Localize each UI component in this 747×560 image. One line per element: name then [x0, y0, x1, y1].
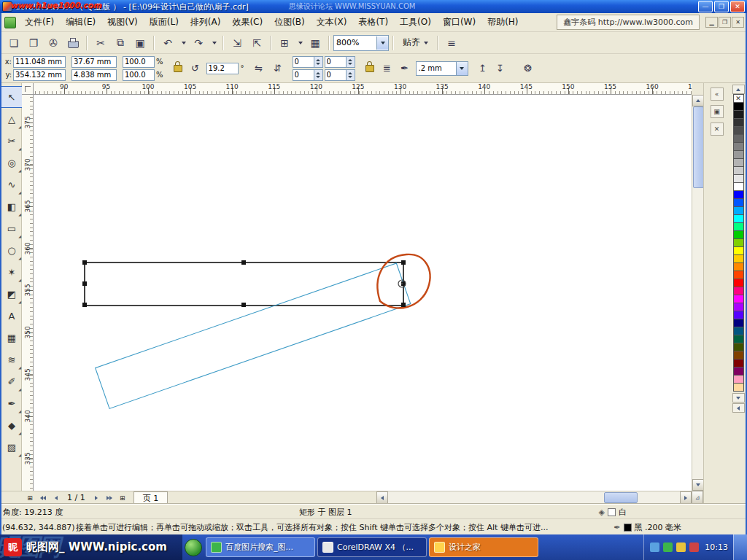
scale-vertical-input[interactable]: [123, 69, 155, 81]
tray-icon[interactable]: [689, 542, 699, 552]
scroll-down-button[interactable]: [692, 479, 704, 491]
docker-panel-icon[interactable]: ▣: [711, 105, 724, 118]
import-button[interactable]: ⇲: [228, 34, 247, 52]
scroll-up-button[interactable]: [692, 95, 704, 106]
palette-expand-button[interactable]: [732, 403, 745, 413]
task-coreldraw-x4[interactable]: CorelDRAW X4 （...: [317, 537, 427, 557]
undo-dropdown[interactable]: [178, 34, 188, 52]
object-width-input[interactable]: [71, 56, 117, 68]
close-button[interactable]: ✕: [730, 1, 745, 12]
menu-layout[interactable]: 版面(L): [144, 14, 185, 31]
menu-edit[interactable]: 编辑(E): [60, 14, 101, 31]
crop-tool[interactable]: ✂ ◢: [1, 130, 23, 152]
outline-width-select[interactable]: [416, 61, 468, 76]
language-bar-button[interactable]: [733, 534, 747, 560]
page-tab[interactable]: 页 1: [133, 491, 169, 504]
outline-pen-tool[interactable]: ✒ ◢: [1, 392, 23, 414]
vertical-ruler[interactable]: 375370365360355350345340335: [22, 95, 34, 491]
minimize-button[interactable]: —: [698, 1, 713, 12]
table-tool[interactable]: ▦: [1, 327, 23, 349]
tray-icon[interactable]: [663, 542, 673, 552]
application-launcher-button[interactable]: ⊞: [275, 34, 294, 52]
horizontal-scrollbar[interactable]: [376, 491, 692, 504]
tray-icon[interactable]: [676, 542, 686, 552]
maximize-button[interactable]: ❐: [714, 1, 729, 12]
doc-minimize-button[interactable]: ▁: [705, 17, 718, 28]
navigator-button[interactable]: ⊿: [692, 491, 703, 504]
export-button[interactable]: ⇱: [247, 34, 266, 52]
options-button[interactable]: ≡: [442, 34, 461, 52]
redo-dropdown[interactable]: [209, 34, 219, 52]
add-page-button[interactable]: ⊞: [116, 491, 129, 504]
spinner-arrows[interactable]: [347, 56, 355, 68]
y-position-input[interactable]: [13, 69, 66, 81]
open-button[interactable]: ❐: [24, 34, 43, 52]
polygon-tool[interactable]: ✶ ◢: [1, 261, 23, 283]
tray-icon[interactable]: [650, 542, 659, 552]
round-corners-together-button[interactable]: [361, 60, 379, 77]
menu-view[interactable]: 视图(V): [101, 14, 144, 31]
palette-scroll-up-button[interactable]: [732, 85, 745, 94]
lock-ratio-button[interactable]: [169, 60, 187, 77]
first-page-button[interactable]: [36, 491, 50, 504]
outline-width-input[interactable]: [417, 63, 456, 74]
shape-tool[interactable]: △ ◢: [1, 108, 23, 130]
corner-radius-top-right-input[interactable]: [325, 56, 347, 68]
copy-button[interactable]: ⧉: [111, 34, 130, 52]
selected-rectangle[interactable]: [85, 262, 403, 306]
pick-tool[interactable]: ↖: [1, 86, 23, 108]
scroll-left-button[interactable]: [376, 491, 388, 504]
interactive-blend-tool[interactable]: ≋ ◢: [1, 349, 23, 370]
corner-radius-bottom-right-input[interactable]: [325, 69, 347, 81]
menu-bitmaps[interactable]: 位图(B): [268, 14, 311, 31]
last-page-button[interactable]: [103, 491, 116, 504]
zoom-level-input[interactable]: [334, 37, 376, 49]
mirror-horizontal-button[interactable]: ⇋: [250, 60, 268, 77]
task-baidu-image-search[interactable]: 百度图片搜索_图...: [206, 537, 315, 557]
vertical-scroll-thumb[interactable]: [693, 106, 704, 188]
ruler-origin[interactable]: [22, 83, 34, 95]
wrap-paragraph-text-button[interactable]: ≣: [379, 60, 396, 77]
doc-restore-button[interactable]: ❐: [719, 17, 731, 28]
menu-help[interactable]: 帮助(H): [481, 14, 524, 31]
object-height-input[interactable]: [71, 69, 117, 81]
menu-tools[interactable]: 工具(O): [394, 14, 437, 31]
scale-horizontal-input[interactable]: [123, 56, 155, 68]
undo-button[interactable]: ↶: [158, 34, 177, 52]
cut-button[interactable]: ✂: [91, 34, 110, 52]
vertical-scrollbar[interactable]: [692, 95, 703, 491]
horizontal-ruler[interactable]: 9095100105110115120125130135140145150155…: [34, 83, 692, 95]
welcome-screen-button[interactable]: ▦: [306, 34, 325, 52]
new-document-button[interactable]: ❏: [4, 34, 23, 52]
zoom-dropdown-arrow[interactable]: [376, 36, 388, 50]
scroll-right-button[interactable]: [680, 491, 692, 504]
menu-arrange[interactable]: 排列(A): [185, 14, 227, 31]
object-properties-button[interactable]: ❂: [519, 60, 537, 77]
to-front-button[interactable]: ↥: [474, 60, 492, 77]
previous-page-button[interactable]: [50, 491, 63, 504]
save-button[interactable]: ✇: [44, 34, 63, 52]
menu-effects[interactable]: 效果(C): [226, 14, 268, 31]
snap-to-menu-button[interactable]: 贴齐: [398, 34, 433, 51]
spinner-arrows[interactable]: [314, 69, 323, 81]
menu-file[interactable]: 文件(F): [19, 14, 60, 31]
spinner-arrows[interactable]: [314, 56, 323, 68]
palette-scroll-down-button[interactable]: [732, 393, 745, 402]
redo-button[interactable]: ↷: [189, 34, 208, 52]
eyedropper-tool[interactable]: ✐ ◢: [1, 370, 23, 392]
paste-button[interactable]: ▣: [131, 34, 150, 52]
quick-launch-icon[interactable]: [185, 539, 202, 556]
interactive-fill-tool[interactable]: ▨ ◢: [1, 436, 23, 458]
clock[interactable]: 10:13: [705, 542, 728, 552]
doc-close-button[interactable]: ✕: [732, 17, 744, 28]
spinner-arrows[interactable]: [347, 69, 355, 81]
text-tool[interactable]: A: [1, 305, 23, 327]
page-flyout-button[interactable]: ⊞: [23, 491, 36, 504]
zoom-tool[interactable]: ◎ ◢: [1, 152, 23, 174]
task-shejizhijia[interactable]: 设计之家: [429, 537, 538, 557]
next-page-button[interactable]: [90, 491, 103, 504]
drawing-page[interactable]: [34, 95, 692, 491]
x-position-input[interactable]: [13, 56, 66, 68]
menu-window[interactable]: 窗口(W): [437, 14, 481, 31]
zoom-level-select[interactable]: [333, 35, 389, 51]
